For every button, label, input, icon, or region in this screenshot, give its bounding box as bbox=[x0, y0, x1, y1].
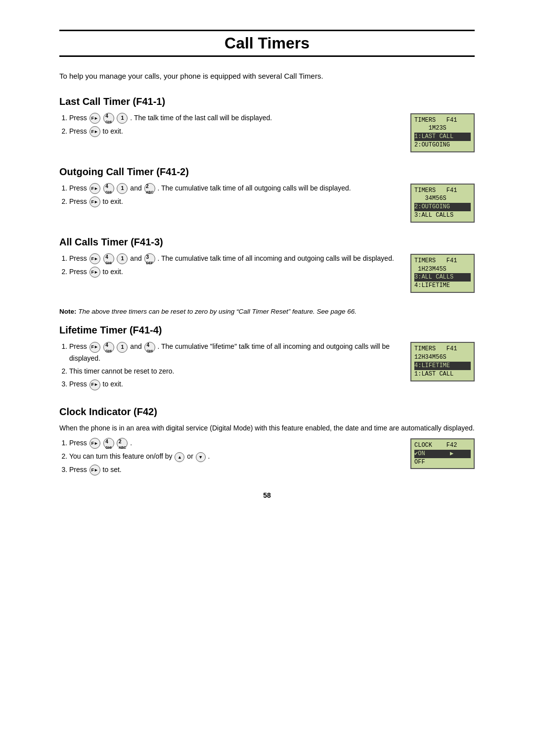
note-label: Note: bbox=[59, 308, 77, 315]
fn-key-4: F► bbox=[89, 196, 100, 207]
2abc-key: 2ABC bbox=[144, 183, 155, 194]
1-key-4: 1 bbox=[117, 342, 128, 353]
up-key: ▲ bbox=[175, 452, 184, 462]
4ghi-key: 4GHI bbox=[103, 113, 114, 124]
section-outgoing-call-timer: Outgoing Call Timer (F41-2) Press F► 4GH… bbox=[59, 166, 475, 223]
lcd-clock: CLOCK F42✔ON ▶OFF bbox=[410, 438, 475, 469]
fn-key-3: F► bbox=[89, 183, 100, 194]
fn-key-10: F► bbox=[89, 465, 100, 475]
section-title-clock: Clock Indicator (F42) bbox=[59, 406, 475, 418]
steps-outgoing: Press F► 4GHI 1 and 2ABC . The cumulativ… bbox=[59, 183, 402, 210]
section-all-calls-timer: All Calls Timer (F41-3) Press F► 4GHI 1 … bbox=[59, 236, 475, 293]
1-key-3: 1 bbox=[117, 253, 128, 264]
steps-lifetime: Press F► 4GHI 1 and 4GHI . The cumulativ… bbox=[59, 341, 402, 392]
section-lifetime-timer: Lifetime Timer (F41-4) Press F► 4GHI 1 a… bbox=[59, 325, 475, 392]
fn-key-7: F► bbox=[89, 342, 100, 353]
note-body: The above three timers can be reset to z… bbox=[78, 308, 356, 315]
1-key-2: 1 bbox=[117, 183, 128, 194]
fn-key-6: F► bbox=[89, 267, 100, 278]
section-clock-indicator: Clock Indicator (F42) When the phone is … bbox=[59, 406, 475, 477]
page-number: 58 bbox=[59, 491, 475, 499]
4ghi-key-2: 4GHI bbox=[103, 183, 114, 194]
section-last-call-timer: Last Call Timer (F41-1) Press F► 4GHI 1 … bbox=[59, 96, 475, 152]
fn-key-5: F► bbox=[89, 253, 100, 264]
intro-text: To help you manage your calls, your phon… bbox=[59, 71, 475, 82]
1-key: 1 bbox=[117, 113, 128, 124]
down-key: ▼ bbox=[196, 452, 206, 462]
4ghi-key-6: 4GHI bbox=[103, 438, 114, 449]
2abc-key-2: 2ABC bbox=[117, 438, 128, 449]
section-title-last-call: Last Call Timer (F41-1) bbox=[59, 96, 475, 107]
fn-key-2: F► bbox=[89, 126, 100, 137]
note: Note: The above three timers can be rese… bbox=[59, 307, 475, 317]
fn-key-9: F► bbox=[89, 438, 100, 449]
steps-last-call: Press F► 4GHI 1 . The talk time of the l… bbox=[59, 112, 402, 140]
clock-intro: When the phone is in an area with digita… bbox=[59, 423, 475, 433]
3def-key: 3DEF bbox=[144, 253, 155, 264]
section-title-outgoing: Outgoing Call Timer (F41-2) bbox=[59, 166, 475, 178]
lcd-last-call: TIMERS F41 1M23S1:LAST CALL2:OUTGOING bbox=[410, 113, 475, 152]
4ghi-key-4: 4GHI bbox=[103, 342, 114, 353]
section-title-all-calls: All Calls Timer (F41-3) bbox=[59, 236, 475, 248]
page-title: Call Timers bbox=[59, 30, 475, 57]
fn-key: F► bbox=[89, 113, 100, 124]
lcd-lifetime: TIMERS F4112H34M56S4:LIFETIME1:LAST CALL bbox=[410, 342, 475, 381]
fn-key-8: F► bbox=[89, 379, 100, 390]
4ghi-key-3: 4GHI bbox=[103, 253, 114, 264]
steps-all-calls: Press F► 4GHI 1 and 3DEF . The cumulativ… bbox=[59, 253, 402, 280]
section-title-lifetime: Lifetime Timer (F41-4) bbox=[59, 325, 475, 336]
lcd-all-calls: TIMERS F41 1H23M45S3:ALL CALLS4:LIFETIME bbox=[410, 254, 475, 293]
4ghi-key-5: 4GHI bbox=[144, 342, 155, 353]
steps-clock: Press F► 4GHI 2ABC . You can turn this f… bbox=[59, 437, 402, 477]
lcd-outgoing: TIMERS F41 34M56S2:OUTGOING3:ALL CALLS bbox=[410, 184, 475, 223]
